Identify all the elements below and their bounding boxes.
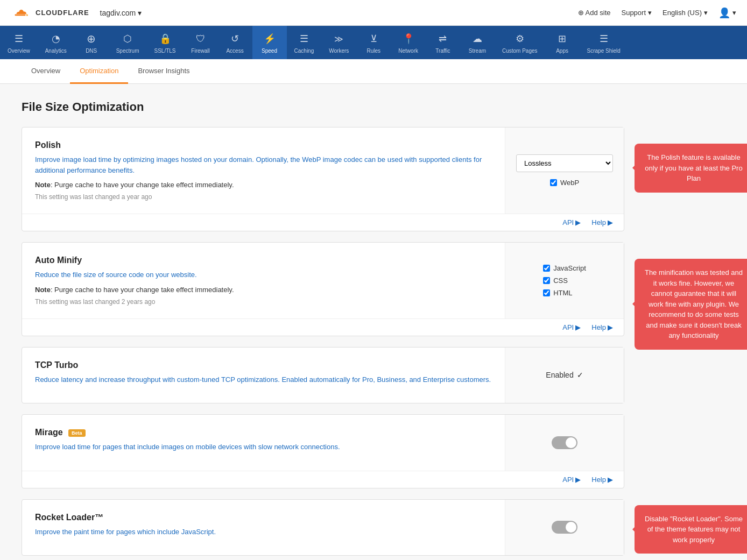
- nav-firewall[interactable]: 🛡 Firewall: [184, 26, 218, 59]
- mirage-info: Mirage Beta Improve load time for pages …: [22, 415, 505, 471]
- nav-traffic[interactable]: ⇌ Traffic: [426, 26, 460, 59]
- mirage-description: Improve load time for pages that include…: [35, 442, 492, 452]
- html-checkbox-input[interactable]: [543, 289, 550, 296]
- nav-apps[interactable]: ⊞ Apps: [545, 26, 580, 59]
- nav-dns[interactable]: ⊕ DNS: [74, 26, 109, 59]
- js-checkbox[interactable]: JavaScript: [543, 264, 586, 272]
- mirage-help-arrow-icon: ▶: [608, 476, 613, 484]
- mirage-card-body: Mirage Beta Improve load time for pages …: [22, 415, 624, 471]
- nav-spectrum[interactable]: ⬡ Spectrum: [109, 26, 147, 59]
- nav-workers[interactable]: ≫ Workers: [321, 26, 356, 59]
- mirage-card: Mirage Beta Improve load time for pages …: [22, 414, 624, 488]
- nav-access[interactable]: ↺ Access: [218, 26, 252, 59]
- auto-minify-footer: API ▶ Help ▶: [22, 318, 624, 336]
- network-icon: 📍: [401, 31, 416, 46]
- tab-browser-insights[interactable]: Browser Insights: [128, 59, 199, 84]
- auto-minify-help-link[interactable]: Help ▶: [591, 323, 613, 331]
- domain-selector[interactable]: tagdiv.com ▾: [100, 9, 142, 17]
- logo-area: CLOUDFLARE: [11, 5, 89, 20]
- nav-scrape-shield-label: Scrape Shield: [587, 48, 621, 54]
- css-checkbox-input[interactable]: [543, 277, 550, 284]
- mirage-api-link[interactable]: API ▶: [562, 476, 581, 484]
- nav-speed[interactable]: ⚡ Speed: [252, 26, 287, 59]
- polish-help-arrow-icon: ▶: [608, 218, 613, 226]
- mirage-toggle[interactable]: ✕: [552, 436, 577, 449]
- rocket-loader-card-body: Rocket Loader™ Improve the paint time fo…: [22, 500, 624, 556]
- nav-caching-label: Caching: [294, 48, 314, 54]
- auto-minify-card: Auto Minify Reduce the file size of sour…: [22, 242, 624, 336]
- nav-overview-label: Overview: [8, 48, 30, 54]
- auto-minify-note-text: : Purge cache to have your change take e…: [51, 286, 234, 294]
- auto-minify-tooltip: The minification was tested and it works…: [635, 259, 747, 350]
- polish-note-text: : Purge cache to have your change take e…: [51, 181, 234, 189]
- mirage-footer: API ▶ Help ▶: [22, 471, 624, 488]
- domain-chevron-icon: ▾: [138, 9, 142, 17]
- nav-traffic-label: Traffic: [435, 48, 450, 54]
- page-title: File Size Optimization: [22, 100, 624, 114]
- webp-label: WebP: [560, 179, 579, 187]
- webp-checkbox-input[interactable]: [550, 179, 557, 186]
- html-checkbox[interactable]: HTML: [543, 289, 586, 297]
- nav-ssl[interactable]: 🔒 SSL/TLS: [147, 26, 184, 59]
- user-menu[interactable]: 👤 ▾: [718, 7, 736, 19]
- main-content: File Size Optimization Polish Improve im…: [0, 84, 646, 560]
- tcp-turbo-title: TCP Turbo: [35, 360, 492, 370]
- polish-description: Improve image load time by optimizing im…: [35, 154, 492, 175]
- rocket-loader-toggle[interactable]: ✕: [552, 521, 577, 534]
- top-nav: CLOUDFLARE tagdiv.com ▾ ⊕ Add site Suppo…: [0, 0, 747, 26]
- polish-api-link[interactable]: API ▶: [562, 218, 581, 226]
- auto-minify-api-link[interactable]: API ▶: [562, 323, 581, 331]
- nav-stream[interactable]: ☁ Stream: [460, 26, 495, 59]
- tcp-turbo-card-body: TCP Turbo Reduce latency and increase th…: [22, 348, 624, 403]
- custom-pages-icon: ⚙: [512, 31, 527, 46]
- mirage-help-link[interactable]: Help ▶: [591, 476, 613, 484]
- nav-caching[interactable]: ☰ Caching: [287, 26, 322, 59]
- js-checkbox-input[interactable]: [543, 265, 550, 272]
- polish-control: Lossless Lossy Off WebP: [505, 127, 624, 214]
- traffic-icon: ⇌: [435, 31, 450, 46]
- top-right-actions: ⊕ Add site Support ▾ English (US) ▾ 👤 ▾: [578, 7, 736, 19]
- nav-custom-pages[interactable]: ⚙ Custom Pages: [495, 26, 545, 59]
- rules-icon: ⊻: [366, 31, 381, 46]
- nav-analytics[interactable]: ◔ Analytics: [38, 26, 74, 59]
- tab-overview[interactable]: Overview: [22, 59, 70, 84]
- add-site-button[interactable]: ⊕ Add site: [578, 9, 611, 17]
- rocket-loader-card: Rocket Loader™ Improve the paint time fo…: [22, 499, 624, 556]
- support-menu[interactable]: Support ▾: [621, 9, 652, 17]
- auto-minify-card-body: Auto Minify Reduce the file size of sour…: [22, 243, 624, 318]
- tcp-turbo-card: TCP Turbo Reduce latency and increase th…: [22, 347, 624, 404]
- speed-icon: ⚡: [262, 31, 277, 46]
- css-checkbox[interactable]: CSS: [543, 277, 586, 285]
- caching-icon: ☰: [297, 31, 312, 46]
- tab-optimization[interactable]: Optimization: [70, 59, 128, 84]
- auto-minify-timestamp: This setting was last changed 2 years ag…: [35, 298, 492, 306]
- nav-network-label: Network: [398, 48, 418, 54]
- nav-overview[interactable]: ☰ Overview: [0, 26, 38, 59]
- rocket-loader-title: Rocket Loader™: [35, 513, 492, 522]
- polish-tooltip: The Polish feature is available only if …: [635, 144, 747, 193]
- nav-network[interactable]: 📍 Network: [391, 26, 426, 59]
- tcp-turbo-description: Reduce latency and increase throughput w…: [35, 374, 492, 385]
- polish-dropdown[interactable]: Lossless Lossy Off: [516, 154, 613, 172]
- language-selector[interactable]: English (US) ▾: [663, 9, 708, 17]
- tcp-turbo-status: Enabled ✓: [546, 371, 583, 379]
- css-label: CSS: [553, 277, 568, 285]
- nav-scrape-shield[interactable]: ☰ Scrape Shield: [580, 26, 628, 59]
- auto-minify-note-prefix: Note: [35, 286, 51, 294]
- domain-name: tagdiv.com: [100, 9, 136, 17]
- nav-custom-pages-label: Custom Pages: [502, 48, 538, 54]
- nav-access-label: Access: [226, 48, 243, 54]
- webp-checkbox[interactable]: WebP: [550, 179, 579, 187]
- auto-minify-note: Note: Purge cache to have your change ta…: [35, 286, 492, 294]
- mirage-beta-badge: Beta: [68, 429, 86, 437]
- overview-icon: ☰: [11, 31, 26, 46]
- auto-minify-control: JavaScript CSS HTML: [505, 243, 624, 318]
- tcp-turbo-info: TCP Turbo Reduce latency and increase th…: [22, 348, 505, 403]
- nav-rules[interactable]: ⊻ Rules: [356, 26, 391, 59]
- workers-icon: ≫: [332, 31, 347, 46]
- ssl-icon: 🔒: [158, 31, 173, 46]
- polish-help-link[interactable]: Help ▶: [591, 218, 613, 226]
- spectrum-icon: ⬡: [120, 31, 135, 46]
- user-chevron-icon: ▾: [732, 9, 736, 17]
- auto-minify-api-arrow-icon: ▶: [575, 323, 581, 331]
